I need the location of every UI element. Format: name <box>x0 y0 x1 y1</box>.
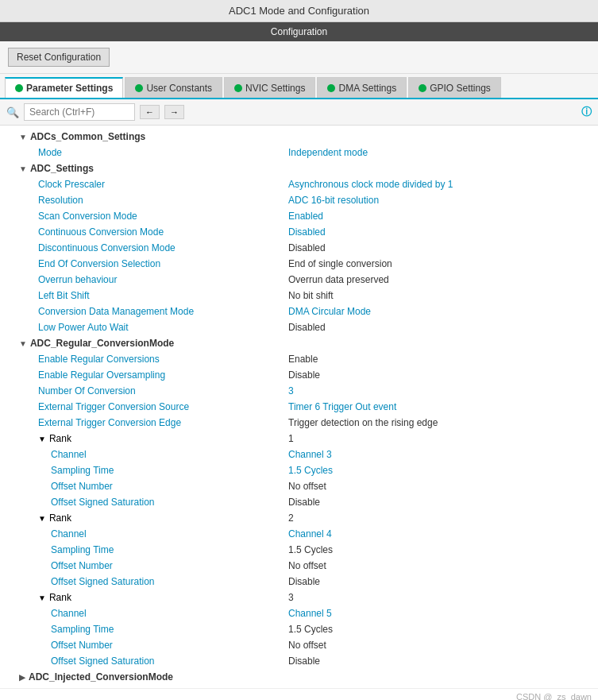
param-name: External Trigger Conversion Source <box>6 401 288 412</box>
param-name: Clock Prescaler <box>6 179 288 190</box>
section-header-injected[interactable]: ▶ADC_Injected_ConversionMode <box>0 669 598 685</box>
table-row: Scan Conversion ModeEnabled <box>0 208 598 224</box>
section-header[interactable]: ▼ADCs_Common_Settings <box>0 129 598 145</box>
reset-configuration-button[interactable]: Reset Configuration <box>8 48 110 67</box>
param-name: Sampling Time <box>6 465 288 476</box>
section-label: ADC_Injected_ConversionMode <box>29 671 173 683</box>
tab-user-constants[interactable]: User Constants <box>125 77 222 98</box>
param-value: Enable <box>288 354 592 365</box>
param-name: Number Of Conversion <box>6 385 288 396</box>
info-icon[interactable]: ⓘ <box>581 105 592 119</box>
param-name: Enable Regular Oversampling <box>6 369 288 381</box>
tab-gpio-settings[interactable]: GPIO Settings <box>408 77 501 98</box>
chevron-down-icon: ▼ <box>19 164 27 173</box>
chevron-down-icon: ▼ <box>19 133 27 141</box>
param-value: Trigger detection on the rising edge <box>288 417 592 428</box>
table-row: Sampling Time1.5 Cycles <box>0 542 598 558</box>
param-value: End of single conversion <box>288 258 592 269</box>
window-title: ADC1 Mode and Configuration <box>229 5 369 17</box>
section-label: ADC_Settings <box>30 163 94 174</box>
param-name: Channel <box>6 449 288 460</box>
param-value: Enabled <box>288 211 592 222</box>
config-bar: Configuration <box>0 22 598 41</box>
rank-number: 2 <box>288 512 592 524</box>
param-value: Disable <box>288 656 592 667</box>
param-value: DMA Circular Mode <box>288 306 592 317</box>
param-value: No offset <box>288 640 592 651</box>
table-row: Offset Signed SaturationDisable <box>0 574 598 590</box>
param-name: Offset Number <box>6 481 288 492</box>
chevron-down-icon: ▼ <box>19 339 27 348</box>
tab-status-dot <box>15 84 23 92</box>
watermark: CSDN @_zs_dawn <box>0 689 598 700</box>
tab-nvic-settings[interactable]: NVIC Settings <box>224 77 315 98</box>
param-name: Low Power Auto Wait <box>6 322 288 333</box>
table-row: Offset NumberNo offset <box>0 637 598 653</box>
param-value: Disable <box>288 369 592 381</box>
table-row: ResolutionADC 16-bit resolution <box>0 192 598 208</box>
param-value: Independent mode <box>288 147 592 158</box>
param-name: Continuous Conversion Mode <box>6 226 288 238</box>
next-search-button[interactable]: → <box>164 105 184 119</box>
param-value: Disabled <box>288 242 592 253</box>
param-name: Offset Signed Saturation <box>6 656 288 667</box>
param-value: Disabled <box>288 322 592 333</box>
table-row: ModeIndependent mode <box>0 145 598 160</box>
rank-header[interactable]: ▼Rank1 <box>0 431 598 447</box>
search-bar: 🔍 ← → ⓘ <box>0 99 598 126</box>
tab-dma-settings[interactable]: DMA Settings <box>317 77 407 98</box>
table-row: Sampling Time1.5 Cycles <box>0 621 598 637</box>
title-bar: ADC1 Mode and Configuration <box>0 0 598 22</box>
table-row: Number Of Conversion3 <box>0 383 598 399</box>
param-name: Mode <box>6 147 288 158</box>
table-row: Conversion Data Management ModeDMA Circu… <box>0 304 598 319</box>
table-row: ChannelChannel 4 <box>0 526 598 542</box>
param-value: Channel 3 <box>288 449 592 460</box>
tab-label: NVIC Settings <box>245 83 305 94</box>
param-name: Conversion Data Management Mode <box>6 306 288 317</box>
tab-status-dot <box>135 84 143 92</box>
param-value: Disable <box>288 576 592 587</box>
section-header[interactable]: ▼ADC_Settings <box>0 160 598 176</box>
param-name: Offset Signed Saturation <box>6 497 288 508</box>
param-value: Asynchronous clock mode divided by 1 <box>288 179 592 190</box>
table-row: Offset Signed SaturationDisable <box>0 494 598 510</box>
search-input[interactable] <box>24 103 135 121</box>
param-value: 1.5 Cycles <box>288 544 592 555</box>
param-name: Discontinuous Conversion Mode <box>6 242 288 253</box>
rank-label: ▼Rank <box>6 592 288 603</box>
rank-name: Rank <box>49 592 71 603</box>
rank-header[interactable]: ▼Rank2 <box>0 510 598 526</box>
param-name: Offset Signed Saturation <box>6 576 288 587</box>
rank-header[interactable]: ▼Rank3 <box>0 590 598 605</box>
table-row: End Of Conversion SelectionEnd of single… <box>0 256 598 272</box>
rank-name: Rank <box>49 433 71 444</box>
table-row: Clock PrescalerAsynchronous clock mode d… <box>0 176 598 192</box>
rank-number: 1 <box>288 433 592 444</box>
tab-label: GPIO Settings <box>430 83 491 94</box>
param-name: Scan Conversion Mode <box>6 211 288 222</box>
tab-label: User Constants <box>146 83 212 94</box>
table-row: External Trigger Conversion SourceTimer … <box>0 399 598 415</box>
rank-label: ▼Rank <box>6 433 288 444</box>
tab-parameter-settings[interactable]: Parameter Settings <box>5 77 123 98</box>
section-label: ADC_Regular_ConversionMode <box>30 338 174 349</box>
param-name: Sampling Time <box>6 544 288 555</box>
table-row: Overrun behaviourOverrun data preserved <box>0 272 598 288</box>
table-row: Enable Regular OversamplingDisable <box>0 367 598 383</box>
rank-number: 3 <box>288 592 592 603</box>
tab-label: DMA Settings <box>338 83 396 94</box>
tab-status-dot <box>419 84 426 92</box>
param-name: External Trigger Conversion Edge <box>6 417 288 428</box>
param-value: 1.5 Cycles <box>288 465 592 476</box>
param-name: Offset Number <box>6 640 288 651</box>
param-name: Resolution <box>6 195 288 206</box>
param-value: Channel 5 <box>288 608 592 619</box>
table-row: Offset NumberNo offset <box>0 478 598 494</box>
section-label: ADCs_Common_Settings <box>30 131 145 142</box>
section-header-regular[interactable]: ▼ADC_Regular_ConversionMode <box>0 335 598 351</box>
prev-search-button[interactable]: ← <box>140 105 160 119</box>
config-label: Configuration <box>271 26 327 37</box>
param-name: Left Bit Shift <box>6 290 288 301</box>
param-name: Sampling Time <box>6 624 288 635</box>
